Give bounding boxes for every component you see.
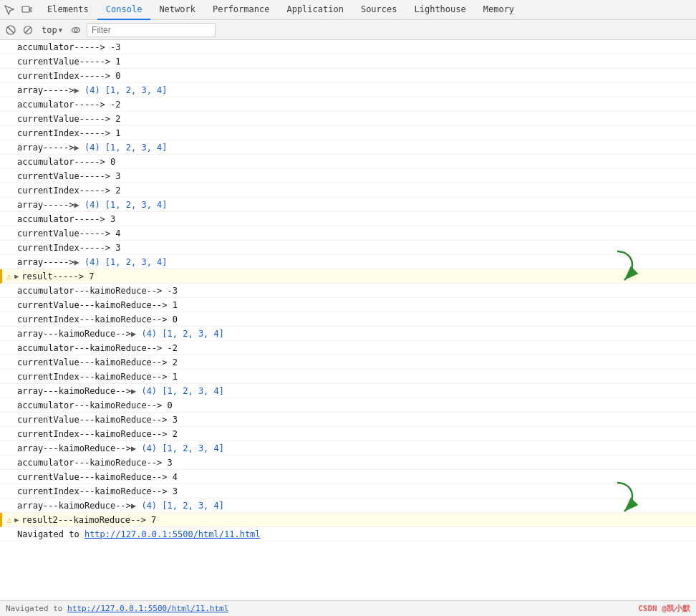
console-line: accumulator-----> 0: [0, 155, 696, 169]
console-line: currentIndex---kaimoReduce--> 0: [0, 312, 696, 327]
svg-line-3: [8, 27, 14, 33]
tab-memory[interactable]: Memory: [475, 0, 523, 20]
console-line[interactable]: array-----> ▶ (4) [1, 2, 3, 4]: [0, 140, 696, 155]
inspect-icon[interactable]: [3, 4, 16, 16]
filter-toggle-button[interactable]: [21, 24, 34, 37]
tab-network[interactable]: Network: [150, 0, 204, 20]
console-line: accumulator-----> -2: [0, 97, 696, 112]
clear-console-button[interactable]: [4, 24, 17, 37]
navigate-link[interactable]: http://127.0.0.1:5500/html/11.html: [84, 529, 261, 539]
warning-icon: ⚠: [6, 271, 11, 281]
devtools-topbar: Elements Console Network Performance App…: [0, 0, 696, 20]
expand-array-icon[interactable]: ▶: [131, 501, 136, 511]
console-line: currentValue---kaimoReduce--> 4: [0, 470, 696, 484]
devtools-icon-group: [3, 4, 33, 16]
status-brand: CSDN @凯小默: [638, 603, 690, 614]
console-line: accumulator-----> 3: [0, 212, 696, 226]
warning-icon: ⚠: [6, 515, 11, 525]
tab-bar: Elements Console Network Performance App…: [39, 0, 523, 20]
console-line: currentValue-----> 3: [0, 169, 696, 183]
filter-input[interactable]: [87, 23, 216, 37]
svg-line-5: [25, 27, 31, 33]
result2-warning-line[interactable]: ⚠ ▶ result2---kaimoReduce--> 7: [0, 513, 696, 527]
console-line: currentValue-----> 2: [0, 112, 696, 126]
expand-array-icon[interactable]: ▶: [74, 143, 79, 153]
console-toolbar: top ▼: [0, 20, 696, 40]
console-line: currentIndex---kaimoReduce--> 1: [0, 370, 696, 384]
chevron-down-icon: ▼: [59, 27, 62, 34]
tab-performance[interactable]: Performance: [204, 0, 278, 20]
console-line[interactable]: array-----> ▶ (4) [1, 2, 3, 4]: [0, 198, 696, 212]
console-line: currentIndex-----> 2: [0, 183, 696, 198]
eye-button[interactable]: [69, 24, 82, 37]
console-line[interactable]: array-----> ▶ (4) [1, 2, 3, 4]: [0, 83, 696, 97]
expand-array-icon[interactable]: ▶: [74, 85, 79, 95]
console-line: currentIndex---kaimoReduce--> 3: [0, 484, 696, 499]
status-bar: Navigated to http://127.0.0.1:5500/html/…: [0, 600, 696, 616]
console-line: currentValue---kaimoReduce--> 2: [0, 355, 696, 370]
status-nav-link[interactable]: http://127.0.0.1:5500/html/11.html: [67, 604, 228, 613]
expand-array-icon[interactable]: ▶: [131, 386, 136, 396]
console-line: currentIndex---kaimoReduce--> 2: [0, 427, 696, 441]
console-line: currentValue-----> 4: [0, 226, 696, 241]
tab-lighthouse[interactable]: Lighthouse: [406, 0, 475, 20]
navigate-line: Navigated to http://127.0.0.1:5500/html/…: [0, 527, 696, 542]
status-nav: Navigated to http://127.0.0.1:5500/html/…: [6, 604, 228, 613]
console-line: currentValue-----> 1: [0, 54, 696, 69]
console-line[interactable]: array---kaimoReduce--> ▶ (4) [1, 2, 3, 4…: [0, 327, 696, 341]
expand-result2-icon[interactable]: ▶: [14, 516, 19, 524]
console-line: accumulator---kaimoReduce--> 3: [0, 456, 696, 470]
expand-array-icon[interactable]: ▶: [74, 200, 79, 210]
console-line[interactable]: array---kaimoReduce--> ▶ (4) [1, 2, 3, 4…: [0, 384, 696, 398]
expand-array-icon[interactable]: ▶: [131, 329, 136, 339]
svg-rect-1: [30, 8, 32, 11]
tab-application[interactable]: Application: [278, 0, 352, 20]
expand-result-icon[interactable]: ▶: [14, 272, 19, 280]
console-line: accumulator---kaimoReduce--> -2: [0, 341, 696, 355]
console-line[interactable]: array-----> ▶ (4) [1, 2, 3, 4]: [0, 255, 696, 269]
result-warning-line[interactable]: ⚠ ▶ result-----> 7: [0, 269, 696, 284]
svg-rect-0: [22, 6, 29, 12]
device-toggle-icon[interactable]: [20, 4, 33, 16]
console-line[interactable]: array---kaimoReduce--> ▶ (4) [1, 2, 3, 4…: [0, 499, 696, 513]
console-line: currentIndex-----> 1: [0, 126, 696, 140]
tab-sources[interactable]: Sources: [352, 0, 406, 20]
console-line: accumulator-----> -3: [0, 40, 696, 54]
log-level-select[interactable]: top ▼: [39, 24, 65, 37]
expand-array-icon[interactable]: ▶: [131, 443, 136, 453]
expand-array-icon[interactable]: ▶: [74, 257, 79, 267]
console-line: accumulator---kaimoReduce--> -3: [0, 284, 696, 298]
console-line: currentIndex-----> 0: [0, 69, 696, 83]
console-line[interactable]: array---kaimoReduce--> ▶ (4) [1, 2, 3, 4…: [0, 441, 696, 456]
tab-elements[interactable]: Elements: [39, 0, 97, 20]
svg-point-7: [74, 29, 77, 32]
console-line: currentIndex-----> 3: [0, 241, 696, 255]
console-line: currentValue---kaimoReduce--> 3: [0, 413, 696, 427]
tab-console[interactable]: Console: [97, 0, 151, 20]
console-output: accumulator-----> -3 currentValue-----> …: [0, 40, 696, 600]
console-line: accumulator---kaimoReduce--> 0: [0, 398, 696, 413]
console-line: currentValue---kaimoReduce--> 1: [0, 298, 696, 312]
